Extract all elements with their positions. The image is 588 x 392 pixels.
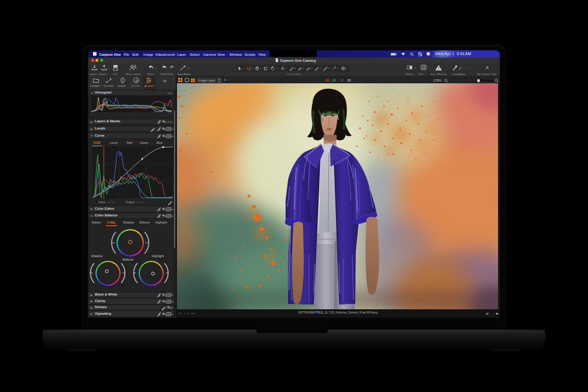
svg-text:100: 100: [168, 112, 171, 114]
svg-text:50: 50: [130, 112, 131, 114]
svg-text:0: 0: [92, 112, 93, 114]
